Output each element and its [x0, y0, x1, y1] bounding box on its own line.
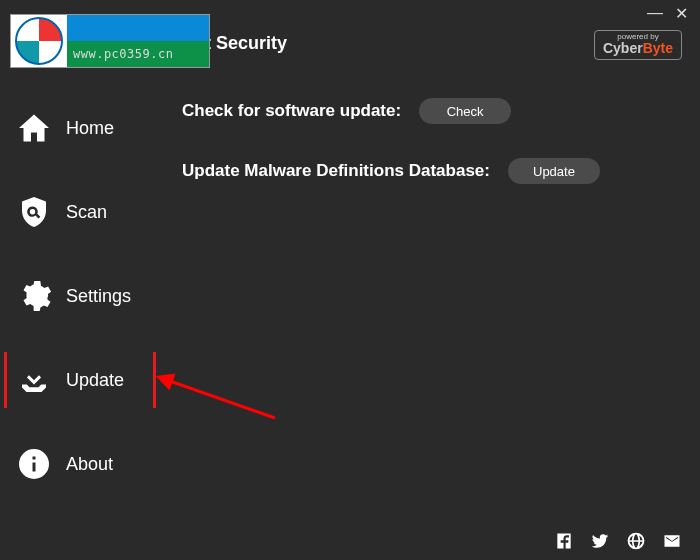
- check-button[interactable]: Check: [419, 98, 511, 124]
- close-button[interactable]: ✕: [672, 4, 690, 23]
- sidebar: Home Scan Settings Update About: [0, 80, 160, 526]
- update-button[interactable]: Update: [508, 158, 600, 184]
- minimize-button[interactable]: —: [646, 4, 664, 23]
- brand-name-prefix: Cyber: [603, 40, 643, 56]
- download-icon: [14, 362, 54, 398]
- check-update-label: Check for software update:: [182, 101, 401, 121]
- title-bar: www.pc0359.cn virus and Internet Securit…: [0, 0, 700, 56]
- facebook-icon[interactable]: [554, 531, 574, 555]
- mail-icon[interactable]: [662, 531, 682, 555]
- watermark-circle-icon: [15, 17, 63, 65]
- watermark-url: www.pc0359.cn: [67, 41, 209, 67]
- sidebar-item-settings[interactable]: Settings: [0, 254, 160, 338]
- brand-badge: powered by CyberByte: [594, 30, 682, 60]
- sidebar-item-about[interactable]: About: [0, 422, 160, 506]
- sidebar-item-label: Home: [66, 118, 114, 139]
- home-icon: [14, 110, 54, 146]
- sidebar-item-label: Scan: [66, 202, 107, 223]
- update-definitions-label: Update Malware Definitions Database:: [182, 161, 490, 181]
- brand-name-bold: Byte: [643, 40, 673, 56]
- content-pane: Check for software update: Check Update …: [160, 80, 700, 526]
- sidebar-item-scan[interactable]: Scan: [0, 170, 160, 254]
- footer: [0, 526, 700, 560]
- shield-search-icon: [14, 194, 54, 230]
- gear-icon: [14, 278, 54, 314]
- info-icon: [14, 446, 54, 482]
- sidebar-item-label: Update: [66, 370, 124, 391]
- globe-icon[interactable]: [626, 531, 646, 555]
- twitter-icon[interactable]: [590, 531, 610, 555]
- watermark-logo: www.pc0359.cn: [10, 14, 210, 68]
- sidebar-item-label: About: [66, 454, 113, 475]
- sidebar-item-update[interactable]: Update: [0, 338, 160, 422]
- sidebar-item-label: Settings: [66, 286, 131, 307]
- sidebar-item-home[interactable]: Home: [0, 86, 160, 170]
